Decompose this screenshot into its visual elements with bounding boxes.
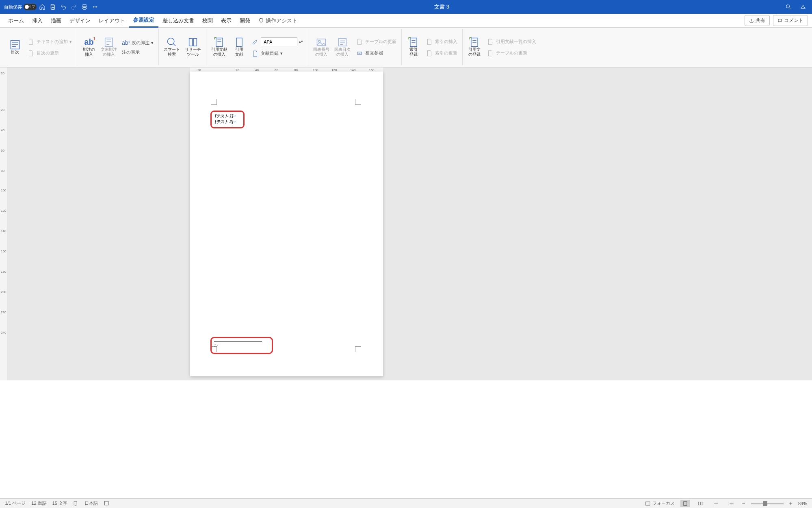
group-citations: 引用文献 の挿入 引用 文献 ▴▾ 文献目録 ▾ <box>206 29 308 65</box>
toc-icon <box>11 41 19 49</box>
svg-point-10 <box>318 40 320 42</box>
footnote-highlight: 1 / <box>210 337 273 354</box>
autosave-toggle[interactable]: オフ <box>24 4 37 10</box>
body-line-1[interactable]: [テスト 1]↵ <box>215 113 240 119</box>
ribbon: 目次 テキストの追加 ▾ 目次の更新 ab 1 脚注の 挿入 文末脚注 の挿入 <box>0 28 812 67</box>
next-footnote-button[interactable]: ab¹ 次の脚注 ▾ <box>120 39 155 47</box>
list-icon <box>338 38 346 46</box>
margin-corner-tr <box>355 99 361 105</box>
endnote-icon <box>105 38 113 46</box>
svg-rect-9 <box>317 39 326 45</box>
margin-corner-br <box>355 346 361 352</box>
insert-tof-button[interactable]: 図表目次 の挿入 <box>333 37 352 59</box>
tab-developer[interactable]: 開発 <box>236 14 254 28</box>
pencil-icon <box>251 38 259 46</box>
group-research: スマート 検索 リサーチ ツール <box>159 29 206 65</box>
svg-point-0 <box>93 7 94 7</box>
insert-citation-button[interactable]: 引用文献 の挿入 <box>210 37 229 59</box>
tell-me[interactable]: 操作アシスト <box>254 14 301 28</box>
tab-view[interactable]: 表示 <box>217 14 236 28</box>
tab-references[interactable]: 参照設定 <box>129 14 158 28</box>
svg-point-6 <box>168 38 174 44</box>
svg-point-3 <box>786 5 790 8</box>
insert-caption-button[interactable]: 図表番号 の挿入 <box>312 37 331 59</box>
svg-point-2 <box>96 7 97 7</box>
citation-icon <box>215 38 223 46</box>
share-button[interactable]: 共有 <box>745 15 770 26</box>
tab-mailings[interactable]: 差し込み文書 <box>158 14 198 28</box>
undo-icon[interactable] <box>58 2 68 12</box>
update-table-button[interactable]: テーブルの更新 <box>354 37 398 47</box>
vertical-ruler[interactable]: 20 20 40 60 80 100 120 140 160 180 200 2… <box>0 67 7 380</box>
ribbon-tabs: ホーム 挿入 描画 デザイン レイアウト 参照設定 差し込み文書 校閲 表示 開… <box>0 14 812 28</box>
insert-index-button[interactable]: 索引の挿入 <box>424 37 459 47</box>
update-index-button[interactable]: 索引の更新 <box>424 48 459 58</box>
smart-lookup-button[interactable]: スマート 検索 <box>162 37 182 59</box>
image-icon <box>317 38 325 46</box>
print-icon[interactable] <box>80 2 89 12</box>
document-icon <box>355 38 364 46</box>
footnote-icon: ab 1 <box>85 38 93 46</box>
title-bar: 自動保存 オフ 文書 3 <box>0 0 812 14</box>
autosave-label: 自動保存 <box>4 4 22 10</box>
citation-style-select[interactable]: ▴▾ <box>249 37 305 47</box>
group-captions: 図表番号 の挿入 図表目次 の挿入 テーブルの更新 相互参照 <box>308 29 402 65</box>
footnote-separator <box>214 341 262 342</box>
svg-rect-5 <box>105 38 113 46</box>
group-toc: 目次 テキストの追加 ▾ 目次の更新 <box>3 29 77 65</box>
document-icon <box>27 49 35 57</box>
document-icon <box>251 50 259 58</box>
link-icon <box>355 49 364 57</box>
book-icon <box>189 38 197 46</box>
autosave-control[interactable]: 自動保存 オフ <box>4 4 37 10</box>
tab-draw[interactable]: 描画 <box>47 14 65 28</box>
document-icon <box>425 49 433 57</box>
cross-reference-button[interactable]: 相互参照 <box>354 48 398 58</box>
group-footnotes: ab 1 脚注の 挿入 文末脚注 の挿入 ab¹ 次の脚注 ▾ 注の表示 <box>77 29 159 65</box>
document-icon <box>486 38 494 46</box>
body-line-2[interactable]: [テスト 2]↵ <box>215 119 240 125</box>
margin-corner-tl <box>211 99 217 105</box>
document-icon <box>425 38 433 46</box>
group-authorities: 引用文 の登録 引用文献一覧の挿入 テーブルの更新 <box>463 29 541 65</box>
mark-citation-button[interactable]: 引用文 の登録 <box>466 37 483 59</box>
document-icon <box>27 38 35 46</box>
save-icon[interactable] <box>48 2 58 12</box>
document-title: 文書 3 <box>100 3 784 11</box>
update-toc-button[interactable]: 目次の更新 <box>25 48 74 58</box>
tab-insert[interactable]: 挿入 <box>28 14 47 28</box>
tab-review[interactable]: 校閲 <box>198 14 217 28</box>
add-text-button[interactable]: テキストの追加 ▾ <box>25 37 74 47</box>
search-circle-icon <box>168 38 176 46</box>
svg-rect-7 <box>216 38 223 46</box>
svg-point-1 <box>95 7 95 7</box>
show-notes-button[interactable]: 注の表示 <box>120 48 155 56</box>
document-page[interactable]: [テスト 1]↵ [テスト 2]↵ 1 / <box>190 72 383 376</box>
home-icon[interactable] <box>37 2 47 12</box>
ribbon-options-icon[interactable] <box>798 2 808 12</box>
bibliography-button[interactable]: 文献目録 ▾ <box>249 49 305 59</box>
document-canvas[interactable]: 20 20 40 60 80 100 120 140 160 20 20 40 … <box>0 67 812 380</box>
style-input[interactable] <box>261 37 297 46</box>
insert-footnote-button[interactable]: ab 1 脚注の 挿入 <box>80 37 97 59</box>
manage-sources-button[interactable]: 引用 文献 <box>231 37 248 59</box>
toc-button[interactable]: 目次 <box>6 39 24 56</box>
update-authorities-button[interactable]: テーブルの更新 <box>485 48 538 58</box>
tab-home[interactable]: ホーム <box>4 14 28 28</box>
mark-index-button[interactable]: 索引 登録 <box>405 37 422 59</box>
tab-design[interactable]: デザイン <box>65 14 95 28</box>
research-tool-button[interactable]: リサーチ ツール <box>183 37 203 59</box>
body-highlight: [テスト 1]↵ [テスト 2]↵ <box>210 111 245 128</box>
group-index: 索引 登録 索引の挿入 索引の更新 <box>402 29 463 65</box>
svg-rect-8 <box>236 38 242 46</box>
page-icon <box>235 38 243 46</box>
comment-button[interactable]: コメント <box>773 15 808 26</box>
insert-authorities-button[interactable]: 引用文献一覧の挿入 <box>485 37 538 47</box>
redo-icon[interactable] <box>69 2 79 12</box>
footnote-text[interactable]: 1 / <box>214 343 269 347</box>
more-icon[interactable] <box>90 2 100 12</box>
index-icon <box>409 38 418 46</box>
search-icon[interactable] <box>784 2 793 12</box>
tab-layout[interactable]: レイアウト <box>95 14 129 28</box>
insert-endnote-button[interactable]: 文末脚注 の挿入 <box>99 37 119 59</box>
